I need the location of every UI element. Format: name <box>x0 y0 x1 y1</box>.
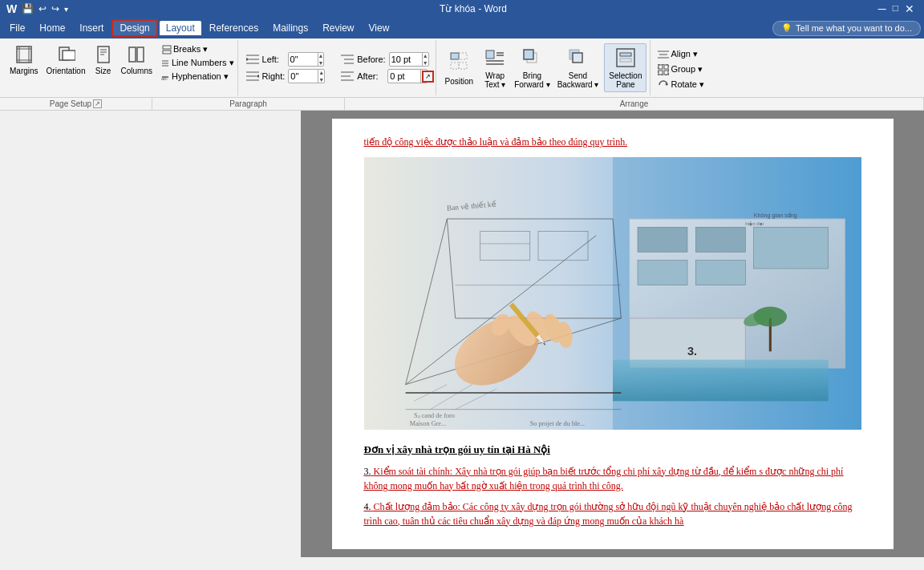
align-button[interactable]: Align ▾ <box>655 48 706 61</box>
columns-button[interactable]: Columns <box>118 43 156 77</box>
ribbon-group-labels: Page Setup ↗ Paragraph Arrange <box>0 97 924 110</box>
para-text-3: Kiểm soát tài chính: Xây nhà trọn gói gi… <box>364 466 844 491</box>
orientation-label: Orientation <box>47 67 86 75</box>
wrap-text-button[interactable]: Wrap Text ▾ <box>479 44 511 91</box>
svg-rect-34 <box>451 53 459 59</box>
size-button[interactable]: Size <box>91 43 116 77</box>
save-icon[interactable]: 💾 <box>22 3 34 14</box>
line-numbers-icon <box>160 59 170 68</box>
indent-right-up[interactable]: ▲ <box>318 69 324 76</box>
svg-rect-38 <box>486 51 494 59</box>
orientation-button[interactable]: Orientation <box>43 43 89 77</box>
tell-me-input[interactable]: 💡 Tell me what you want to do... <box>772 21 921 36</box>
wrap-text-label: Wrap <box>485 71 505 80</box>
title-bar: W 💾 ↩ ↪ ▾ Từ khóa - Word ─ □ ✕ <box>0 0 924 18</box>
group-button[interactable]: Group ▾ <box>655 63 706 76</box>
spacing-before-value[interactable] <box>390 55 422 64</box>
spacing-after-icon <box>341 71 354 82</box>
svg-text:3.: 3. <box>687 346 697 358</box>
doc-paragraph-3: 3. Kiểm soát tài chính: Xây nhà trọn gói… <box>364 464 861 493</box>
bring-forward-label2: Forward ▾ <box>514 80 549 89</box>
svg-rect-65 <box>638 261 687 285</box>
indent-right-value[interactable] <box>289 71 318 81</box>
svg-rect-47 <box>617 49 634 67</box>
menu-references[interactable]: References <box>203 21 265 35</box>
svg-marker-58 <box>665 83 667 86</box>
bring-forward-button[interactable]: Bring Forward ▾ <box>513 44 551 91</box>
undo-icon[interactable]: ↩ <box>38 3 47 14</box>
page-setup-group: Margins Orientation Size <box>3 40 238 95</box>
menu-view[interactable]: View <box>363 21 396 35</box>
paragraph-expand-button[interactable]: ↗ <box>422 71 434 83</box>
redo-icon[interactable]: ↪ <box>51 3 59 14</box>
line-numbers-button[interactable]: Line Numbers ▾ <box>160 57 234 69</box>
svg-rect-54 <box>664 65 668 69</box>
indent-left-down[interactable]: ▼ <box>318 59 324 67</box>
columns-label: Columns <box>121 67 152 75</box>
position-button[interactable]: Position <box>441 47 478 87</box>
indent-right-input[interactable]: ▲ ▼ <box>288 69 325 83</box>
minimize-icon[interactable]: ─ <box>878 2 886 15</box>
menu-bar: File Home Insert Design Layout Reference… <box>0 18 924 38</box>
breaks-button[interactable]: Breaks ▾ <box>160 43 234 55</box>
doc-text-top: tiến độ công việc được thảo luận và đảm … <box>364 135 861 149</box>
lightbulb-icon: 💡 <box>781 23 792 34</box>
svg-rect-37 <box>459 63 467 69</box>
breaks-label: Breaks ▾ <box>173 44 208 55</box>
svg-rect-56 <box>664 71 668 75</box>
group-label: Group ▾ <box>671 64 703 75</box>
position-label: Position <box>445 77 474 86</box>
breaks-icon <box>162 45 172 55</box>
wrap-text-label2: Text ▾ <box>484 80 505 89</box>
ribbon: Margins Orientation Size <box>0 38 924 111</box>
menu-mailings[interactable]: Mailings <box>266 21 314 35</box>
paragraph-group: Left: ▲ ▼ Right: <box>240 40 436 95</box>
menu-file[interactable]: File <box>3 21 31 35</box>
margins-button[interactable]: Margins <box>6 43 42 77</box>
menu-home[interactable]: Home <box>33 21 71 35</box>
group-icon <box>658 64 669 75</box>
selection-pane-button[interactable]: Selection Pane <box>604 43 646 92</box>
columns-icon <box>127 45 146 67</box>
menu-layout[interactable]: Layout <box>160 21 201 35</box>
selection-pane-icon <box>614 46 637 71</box>
hyphenation-button[interactable]: ab- Hyphenation ▾ <box>160 71 234 83</box>
svg-rect-49 <box>620 59 631 62</box>
arrange-group: Position Wrap Text ▾ <box>438 40 651 95</box>
svg-text:Không gian sống: Không gian sống <box>753 212 796 219</box>
restore-icon[interactable]: □ <box>893 2 898 15</box>
document-page[interactable]: tiến độ công việc được thảo luận và đảm … <box>332 119 894 549</box>
indent-left-value[interactable] <box>289 55 318 64</box>
spacing-before-up[interactable]: ▲ <box>423 52 428 59</box>
indent-right-icon <box>246 71 259 82</box>
spacing-before-icon <box>341 54 354 65</box>
rotate-button[interactable]: Rotate ▾ <box>655 79 706 91</box>
page-setup-label: Page Setup ↗ <box>0 98 152 110</box>
align-label: Align ▾ <box>671 49 698 59</box>
spacing-before-input[interactable]: ▲ ▼ <box>389 52 429 67</box>
spacing-after-value[interactable] <box>388 71 420 81</box>
svg-text:So projet de du ble...: So projet de du ble... <box>529 420 585 427</box>
para-num-4: 4. <box>364 501 371 512</box>
indent-left-input[interactable]: ▲ ▼ <box>288 52 325 67</box>
hyphenation-label: Hyphenation ▾ <box>172 71 229 82</box>
menu-insert[interactable]: Insert <box>73 21 110 35</box>
indent-right-label: Right: <box>262 71 286 81</box>
wrap-text-icon <box>484 46 506 71</box>
svg-text:S₀ cand de foro: S₀ cand de foro <box>414 412 455 419</box>
spacing-before-down[interactable]: ▼ <box>423 59 428 67</box>
customize-icon[interactable]: ▾ <box>64 5 68 14</box>
rotate-label: Rotate ▾ <box>671 79 703 90</box>
menu-review[interactable]: Review <box>316 21 360 35</box>
send-backward-button[interactable]: Send Backward ▾ <box>553 44 603 91</box>
page-setup-expand[interactable]: ↗ <box>93 99 102 108</box>
menu-design[interactable]: Design <box>111 19 157 37</box>
close-icon[interactable]: ✕ <box>905 2 914 15</box>
svg-rect-6 <box>63 51 75 60</box>
svg-text:Maison Gre...: Maison Gre... <box>409 420 445 427</box>
selection-pane-label2: Pane <box>616 80 634 89</box>
indent-right-down[interactable]: ▼ <box>318 76 324 83</box>
svg-rect-64 <box>753 227 828 269</box>
indent-left-up[interactable]: ▲ <box>318 52 324 59</box>
tell-me-text: Tell me what you want to do... <box>796 23 912 33</box>
